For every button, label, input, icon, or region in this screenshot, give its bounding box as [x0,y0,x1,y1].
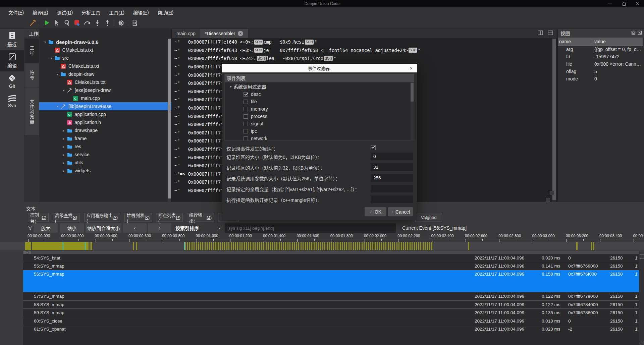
filter-option-file[interactable]: file [225,98,414,105]
tree-item-application.cpp[interactable]: C+application.cpp [39,110,172,118]
dialog-input-2[interactable] [371,163,413,171]
dock-tab-控制台(C)[interactable]: 控制台(C) [28,213,49,222]
event-row-54:SYS_fstat[interactable]: 54:SYS_fstat 2022/11/17 11:00:04.098 0.0… [23,254,639,262]
filter-option-network[interactable]: network [225,135,414,141]
menu-item-1[interactable]: 文件(F) [4,7,28,17]
side-tab-符号[interactable]: 符号 [24,63,39,88]
disassembly-line[interactable]: ~" 0x00007ffff7fef640 <+0>:SOHcmp $0x9,%… [174,38,317,46]
minimize-button[interactable] [606,1,614,6]
splitter-workspace-editor[interactable] [171,29,172,202]
tree-scrollbar-thumb[interactable] [168,39,171,198]
build-hammer-button[interactable] [28,18,38,27]
scroll-up-icon[interactable] [640,254,644,259]
close-panel-icon[interactable] [638,31,642,36]
menu-item-6[interactable]: 编辑(E) [129,7,153,17]
dock-tab-堆栈列表(K)[interactable]: 堆栈列表(K) [124,213,152,222]
menu-item-4[interactable]: 分析工具 [77,7,105,17]
step-into-button[interactable] [92,18,102,27]
menu-item-3[interactable]: 调试(D) [53,7,77,17]
event-list-scrollbar-thumb[interactable] [411,83,414,102]
collapse-arrow-icon[interactable]: ▾ [228,85,233,89]
tree-item-drawshape[interactable]: ▸drawshape [39,126,172,134]
tree-scrollbar[interactable] [168,38,171,202]
tree-item-widgets[interactable]: ▸widgets [39,167,172,175]
tree-item-frame[interactable]: ▸frame [39,134,172,142]
timeline-fit-button[interactable]: 缩放到合适大小 [86,223,121,233]
expand-arrow-icon[interactable]: ▸ [61,145,67,149]
collapse-arrow-icon[interactable]: ▾ [42,40,48,44]
tree-item-CMakeLists.txt[interactable]: CMakeLists.txt [39,62,172,70]
close-button[interactable] [633,1,642,6]
step-out-button[interactable] [102,18,112,27]
filter-option-desc[interactable]: desc [225,91,414,98]
tab-close-icon[interactable]: × [238,31,243,36]
collapse-arrow-icon[interactable]: ▾ [61,89,67,92]
activity-item-最近[interactable]: 最近 [0,29,24,50]
disassembly-line[interactable]: ~" 0x00007ffff7fe [174,186,226,195]
editor-tab-Disassembler[interactable]: *Disassembler× [200,29,248,38]
sort-order-dropdown[interactable]: 按索引排序 ▾ [173,223,223,233]
event-row-61:SYS_openat[interactable]: 61:SYS_openat 2022/11/17 11:00:04.099 0.… [23,325,639,333]
split-vertical-icon[interactable] [548,31,553,36]
checkbox-process[interactable] [244,114,248,119]
tree-item-main.cpp[interactable]: C+main.cpp [39,94,172,102]
timeline-hscrollbar-handle[interactable] [23,251,31,254]
search-doc-button[interactable] [130,18,140,27]
view-row-arg[interactable]: arg {{gp_offset = 0, fp_o… [558,46,643,53]
disassembly-line[interactable]: ~"=> 0x00007ffff7fe [174,170,226,178]
timeline-zoom-in-button[interactable]: 放大 [34,223,58,233]
timeline-search-input[interactable] [225,223,396,233]
dock-tab-断点列表(P)[interactable]: 断点列表(P) [156,213,183,222]
filter-option-ipc[interactable]: ipc [225,127,414,135]
filter-option-memory[interactable]: memory [225,105,414,113]
debug-record-button[interactable] [62,18,72,27]
tree-item-deepin-draw-6.0.6[interactable]: ▾deepin-draw-6.0.6 [39,38,172,46]
dialog-titlebar[interactable]: 事件过滤器. × [222,64,417,72]
menu-item-2[interactable]: 编译(B) [28,7,53,17]
tree-item-application.h[interactable]: .happlication.h [39,118,172,126]
view-col-name[interactable]: name [558,39,593,44]
menu-item-7[interactable]: 帮助(H) [153,7,178,17]
filter-option-process[interactable]: process [225,113,414,120]
expand-arrow-icon[interactable]: ▸ [61,161,67,165]
tree-item-service[interactable]: ▸service [39,151,172,159]
tree-item-CMakeLists.txt[interactable]: CMakeLists.txt [39,78,172,86]
checkbox-memory[interactable] [244,107,248,111]
record-thread-checkbox[interactable] [371,145,376,150]
expand-arrow-icon[interactable]: ▸ [61,129,67,132]
event-row-56:SYS_mmap[interactable]: 56:SYS_mmap 2022/11/17 11:00:04.099 0.15… [23,270,639,292]
expand-arrow-icon[interactable]: ▸ [61,169,67,173]
event-row-55:SYS_mmap[interactable]: 55:SYS_mmap 2022/11/17 11:00:04.098 0.14… [23,262,639,270]
run-button[interactable] [42,18,52,27]
view-row-fd[interactable]: fd -159977472 [558,53,643,60]
menu-item-5[interactable]: 工具(T) [105,7,129,17]
step-over-button[interactable] [82,18,92,27]
debug-stop-button[interactable] [72,18,82,27]
dialog-input-5[interactable] [371,195,413,203]
dock-tab-高级查找(S)[interactable]: 高级查找(S) [53,213,79,222]
dialog-input-3[interactable] [371,174,413,182]
view-col-value[interactable]: value [593,39,605,44]
tree-item-src[interactable]: ▾src [39,54,172,62]
expand-arrow-icon[interactable]: ▸ [61,137,67,140]
ok-button[interactable]: ✓ OK [365,207,386,216]
dock-tab-应用程序输出(A)[interactable]: 应用程序输出(A) [84,213,120,222]
disassembly-line[interactable]: ~" 0x00007ffff7fef658 <+24>:SOHlea -0x8(… [174,54,336,63]
tree-item-[lib]deepinDrawBase[interactable]: ▾[lib]deepinDrawBase [39,102,172,110]
activity-item-编辑[interactable]: 编辑 [0,50,24,71]
syscall-filter-root[interactable]: ▾ 系统调用过滤器 [225,82,414,91]
view-row-file[interactable]: file 0xf000 <error: Cann… [558,60,643,68]
tree-item-res[interactable]: ▸res [39,142,172,151]
checkbox-ipc[interactable] [244,129,248,133]
timeline-prev-button[interactable]: ‹ [123,223,147,233]
expand-arrow-icon[interactable]: ▸ [61,153,67,157]
tree-item-[exe]deepin-draw[interactable]: ▾[exe]deepin-draw [39,86,172,94]
timeline-zoom-out-button[interactable]: 缩小 [60,223,84,233]
activity-item-Git[interactable]: Git [0,71,24,92]
dock-tab-编译输出(M)[interactable]: 编译输出(M) [187,213,214,222]
view-row-oflag[interactable]: oflag 5 [558,68,643,75]
editor-tab-main.cpp[interactable]: main.cpp [172,29,200,38]
event-list-scrollbar[interactable] [411,82,414,140]
restore-button[interactable] [620,1,629,6]
event-row-59:SYS_mmap[interactable]: 59:SYS_mmap 2022/11/17 11:00:04.099 0.13… [23,308,639,317]
